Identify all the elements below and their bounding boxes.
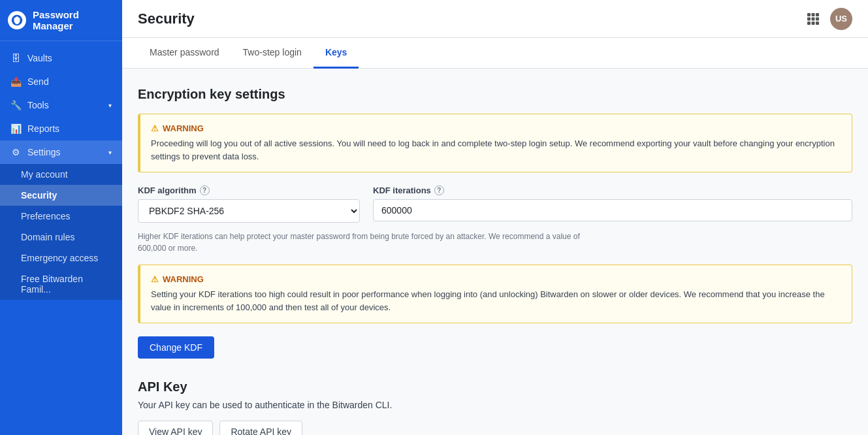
settings-icon: ⚙: [10, 147, 21, 157]
sidebar: Password Manager 🗄 Vaults 📤 Send 🔧 Tools…: [0, 0, 122, 435]
kdf-algorithm-select[interactable]: PBKDF2 SHA-256 Argon2id: [138, 199, 360, 223]
warning-title-2: ⚠ WARNING: [151, 274, 841, 284]
tab-master-password[interactable]: Master password: [138, 38, 231, 69]
svg-rect-4: [807, 17, 811, 20]
send-icon: 📤: [10, 76, 21, 87]
chevron-down-icon: ▾: [108, 102, 112, 109]
svg-rect-9: [816, 22, 819, 25]
svg-rect-7: [807, 22, 811, 25]
warning-title-1: ⚠ WARNING: [151, 123, 841, 133]
app-name: Password Manager: [33, 9, 114, 31]
sidebar-header: Password Manager: [0, 0, 122, 41]
view-api-key-button[interactable]: View API key: [138, 421, 213, 435]
svg-rect-5: [812, 17, 815, 20]
svg-rect-6: [816, 17, 819, 20]
api-key-description: Your API key can be used to authenticate…: [138, 400, 852, 410]
sidebar-item-tools[interactable]: 🔧 Tools ▾: [0, 93, 122, 117]
warning-text-1: Proceeding will log you out of all activ…: [151, 137, 841, 163]
kdf-iterations-help-icon[interactable]: ?: [434, 185, 444, 195]
warning-icon-1: ⚠: [151, 123, 159, 133]
tabs-bar: Master password Two-step login Keys: [122, 38, 868, 69]
sidebar-item-security[interactable]: Security: [0, 185, 122, 206]
page-title: Security: [138, 10, 195, 27]
svg-rect-8: [812, 22, 815, 25]
sidebar-item-domain-rules[interactable]: Domain rules: [0, 227, 122, 248]
reports-icon: 📊: [10, 123, 21, 134]
chevron-up-icon: ▾: [108, 149, 112, 156]
svg-rect-3: [816, 13, 819, 16]
sidebar-item-vaults[interactable]: 🗄 Vaults: [0, 46, 122, 70]
kdf-iterations-group: KDF iterations ?: [373, 185, 852, 223]
rotate-api-key-button[interactable]: Rotate API key: [219, 421, 302, 435]
sidebar-item-reports[interactable]: 📊 Reports: [0, 117, 122, 140]
warning-box-1: ⚠ WARNING Proceeding will log you out of…: [138, 114, 852, 172]
kdf-algorithm-group: KDF algorithm ? PBKDF2 SHA-256 Argon2id: [138, 185, 360, 223]
api-key-section: API Key Your API key can be used to auth…: [138, 379, 852, 435]
svg-rect-1: [807, 13, 811, 16]
grid-icon[interactable]: [804, 10, 822, 28]
sidebar-item-preferences[interactable]: Preferences: [0, 206, 122, 227]
tab-keys[interactable]: Keys: [313, 38, 359, 69]
warning-icon-2: ⚠: [151, 274, 159, 284]
svg-rect-2: [812, 13, 815, 16]
tools-icon: 🔧: [10, 100, 21, 110]
sidebar-item-my-account[interactable]: My account: [0, 164, 122, 185]
vaults-icon: 🗄: [10, 53, 21, 63]
page-content: Encryption key settings ⚠ WARNING Procee…: [122, 69, 868, 435]
warning-box-2: ⚠ WARNING Setting your KDF iterations to…: [138, 265, 852, 323]
api-key-title: API Key: [138, 379, 852, 395]
topbar: Security US: [122, 0, 868, 38]
sidebar-item-send[interactable]: 📤 Send: [0, 70, 122, 93]
tab-two-step-login[interactable]: Two-step login: [231, 38, 313, 69]
section-title: Encryption key settings: [138, 87, 852, 102]
warning-text-2: Setting your KDF iterations too high cou…: [151, 288, 841, 314]
sidebar-item-settings[interactable]: ⚙ Settings ▾: [0, 140, 122, 164]
kdf-algorithm-label: KDF algorithm ?: [138, 185, 360, 195]
topbar-right: US: [804, 8, 852, 30]
sidebar-nav: 🗄 Vaults 📤 Send 🔧 Tools ▾ 📊 Reports ⚙ Se…: [0, 41, 122, 435]
app-logo[interactable]: [8, 11, 26, 29]
kdf-iterations-label: KDF iterations ?: [373, 185, 852, 195]
change-kdf-button[interactable]: Change KDF: [138, 336, 214, 359]
settings-submenu: My account Security Preferences Domain r…: [0, 164, 122, 300]
kdf-form-row: KDF algorithm ? PBKDF2 SHA-256 Argon2id …: [138, 185, 852, 223]
user-avatar[interactable]: US: [830, 8, 852, 30]
main-content: Security US Master password Two-ste: [122, 0, 868, 435]
kdf-hint-text: Higher KDF iterations can help protect y…: [138, 231, 595, 254]
sidebar-item-free-bitwarden[interactable]: Free Bitwarden Famil...: [0, 268, 122, 300]
api-key-buttons: View API key Rotate API key: [138, 421, 852, 435]
kdf-algorithm-help-icon[interactable]: ?: [200, 185, 210, 195]
sidebar-item-emergency-access[interactable]: Emergency access: [0, 248, 122, 268]
kdf-iterations-input[interactable]: [373, 199, 852, 221]
